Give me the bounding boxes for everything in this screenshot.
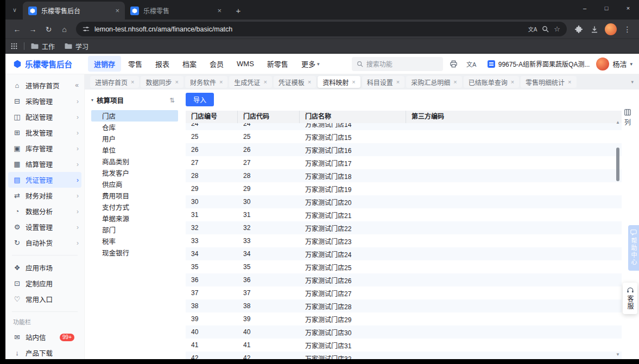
page-tab[interactable]: 采购汇总明细 × xyxy=(406,76,461,88)
column-header[interactable]: 门店名称 xyxy=(300,111,406,123)
browser-tab[interactable]: 乐檬零售 × xyxy=(125,2,227,20)
sidebar-app-item[interactable]: ⊡ 定制应用 xyxy=(5,276,84,291)
column-header[interactable]: 门店编号 xyxy=(186,111,238,123)
print-icon[interactable] xyxy=(446,57,461,71)
sidebar-app-item[interactable]: ♡ 常用入口 xyxy=(5,291,84,307)
page-tab[interactable]: 凭证模板 × xyxy=(274,76,316,88)
menu-kebab-icon[interactable]: ⋮ xyxy=(620,22,635,36)
new-tab-button[interactable]: + xyxy=(231,3,245,17)
table-row[interactable]: 27 27 万家测试门店17 xyxy=(186,156,622,169)
nav-item[interactable]: 档案 xyxy=(176,56,203,72)
site-info-icon[interactable] xyxy=(83,25,90,33)
tab-search-button[interactable]: ∨ xyxy=(8,3,22,17)
global-search-input[interactable]: 搜索功能 xyxy=(352,57,443,71)
back-icon[interactable]: ← xyxy=(10,22,24,36)
nav-item[interactable]: 报表 xyxy=(149,56,175,72)
tab-close-icon[interactable]: × xyxy=(568,79,571,85)
table-row[interactable]: 24 24 万家测试门店14 xyxy=(186,123,622,130)
language-icon[interactable]: 文A xyxy=(464,57,479,71)
import-button[interactable]: 导入 xyxy=(186,93,214,106)
table-row[interactable]: 35 35 万家测试门店25 xyxy=(186,260,622,273)
bookmark-star-icon[interactable]: ☆ xyxy=(554,25,560,33)
scroll-down-icon[interactable]: ▼ xyxy=(616,352,620,357)
tab-close-icon[interactable]: × xyxy=(396,79,400,85)
tab-close-icon[interactable]: × xyxy=(352,79,355,85)
sidebar-collapse-icon[interactable]: « xyxy=(75,81,79,89)
sidebar-menu-item[interactable]: ◫ 配送管理 › xyxy=(5,109,84,125)
sidebar-tool-item[interactable]: ✉ 站内信 99+ xyxy=(5,329,84,345)
table-row[interactable]: 40 40 万家测试门店30 xyxy=(186,325,622,339)
tab-overflow-icon[interactable]: ▾ xyxy=(631,79,634,85)
home-icon[interactable]: ⌂ xyxy=(57,22,72,36)
user-menu[interactable]: 杨洁 ▾ xyxy=(596,58,632,71)
tab-close-icon[interactable]: × xyxy=(219,79,223,85)
page-tab[interactable]: 财务软件 × xyxy=(185,76,227,88)
sidebar-app-item[interactable]: ❖ 应用市场 xyxy=(5,260,84,276)
page-tab[interactable]: 已结账单查询 × xyxy=(464,76,519,88)
table-row[interactable]: 28 28 万家测试门店18 xyxy=(186,169,622,182)
maximize-button[interactable]: □ xyxy=(596,0,617,16)
tab-close-icon[interactable]: × xyxy=(175,79,178,85)
bookmark-folder[interactable]: 工作 xyxy=(31,42,55,51)
scrollbar-thumb[interactable] xyxy=(616,148,619,181)
page-tab[interactable]: 数据同步 × xyxy=(141,76,183,88)
tree-item[interactable]: 商品类别 xyxy=(91,156,178,167)
sidebar-menu-item[interactable]: ▤ 凭证管理 › xyxy=(8,172,81,188)
help-center-button[interactable]: 帮助中心 xyxy=(628,225,639,271)
tab-close-icon[interactable]: × xyxy=(217,7,222,15)
close-window-button[interactable]: × xyxy=(617,0,639,16)
tree-item[interactable]: 税率 xyxy=(91,235,178,247)
sidebar-tool-item[interactable]: ↓ 产品下载 xyxy=(5,345,84,359)
apps-grid-icon[interactable] xyxy=(11,43,17,49)
table-row[interactable]: 32 32 万家测试门店22 xyxy=(186,221,622,234)
tree-item[interactable]: 供应商 xyxy=(91,178,178,190)
page-tab[interactable]: 生成凭证 × xyxy=(229,76,271,88)
tree-item[interactable]: 批发客户 xyxy=(91,167,178,178)
tree-item[interactable]: 仓库 xyxy=(91,122,178,133)
nav-item[interactable]: 会员 xyxy=(204,56,230,72)
table-row[interactable]: 41 41 万家测试门店31 xyxy=(186,339,622,352)
page-tab[interactable]: 科目设置 × xyxy=(362,76,404,88)
tenant-switcher[interactable]: 99675-A组新界面果蔬版QA测... xyxy=(482,59,590,68)
table-row[interactable]: 42 42 万家测试门店32 xyxy=(186,352,622,359)
sidebar-menu-item[interactable]: ⇄ 财务对接 › xyxy=(5,188,84,203)
tree-item[interactable]: 部门 xyxy=(91,224,178,235)
nav-item[interactable]: 进销存 xyxy=(88,56,121,72)
column-header[interactable]: 第三方编码 xyxy=(406,111,488,123)
sidebar-menu-item[interactable]: ⌂ 进销存首页 xyxy=(5,78,84,93)
sidebar-menu-item[interactable]: ▦ 结算管理 › xyxy=(5,156,84,172)
profile-avatar[interactable] xyxy=(605,23,617,35)
tree-item[interactable]: 单据来源 xyxy=(91,213,178,224)
sidebar-menu-item[interactable]: ▣ 库存管理 › xyxy=(5,141,84,156)
nav-item[interactable]: 零售 xyxy=(122,56,148,72)
table-row[interactable]: 37 37 万家测试门店27 xyxy=(186,286,622,299)
downloads-icon[interactable] xyxy=(587,22,602,36)
address-bar[interactable]: lemon-test.nhsoft.cn/ama/finance/basic/m… xyxy=(76,22,567,36)
sort-icon[interactable]: ⇅ xyxy=(169,97,175,104)
scroll-up-icon[interactable]: ▲ xyxy=(616,120,620,125)
tab-close-icon[interactable]: × xyxy=(263,79,267,85)
nav-item[interactable]: WMS xyxy=(231,57,260,71)
tab-close-icon[interactable]: × xyxy=(453,79,457,85)
minimize-button[interactable]: – xyxy=(574,0,596,16)
tree-item[interactable]: 用户 xyxy=(91,133,178,144)
page-tab[interactable]: 进销存首页 × xyxy=(90,76,139,88)
table-row[interactable]: 33 33 万家测试门店23 xyxy=(186,234,622,247)
table-row[interactable]: 38 38 万家测试门店28 xyxy=(186,299,622,312)
customer-service-button[interactable]: 客服 xyxy=(623,283,637,314)
tree-caret-icon[interactable]: ▾ xyxy=(91,98,93,103)
tab-close-icon[interactable]: × xyxy=(511,79,514,85)
table-row[interactable]: 26 26 万家测试门店16 xyxy=(186,143,622,156)
tree-item[interactable]: 支付方式 xyxy=(91,201,178,213)
app-logo[interactable]: 乐檬零售后台 xyxy=(13,58,85,69)
sidebar-menu-item[interactable]: ↻ 自动补货 › xyxy=(5,235,84,251)
tab-close-icon[interactable]: × xyxy=(115,7,119,15)
tree-item[interactable]: 门店 xyxy=(91,110,178,122)
sidebar-menu-item[interactable]: ⚙ 设置管理 › xyxy=(5,219,84,235)
page-tab[interactable]: 资料映射 × xyxy=(318,76,360,88)
tree-item[interactable]: 单位 xyxy=(91,144,178,156)
nav-item[interactable]: 更多 ▾ xyxy=(295,56,326,72)
table-row[interactable]: 25 25 万家测试门店15 xyxy=(186,130,622,143)
table-row[interactable]: 29 29 万家测试门店19 xyxy=(186,182,622,195)
bookmark-folder[interactable]: 学习 xyxy=(65,42,88,51)
